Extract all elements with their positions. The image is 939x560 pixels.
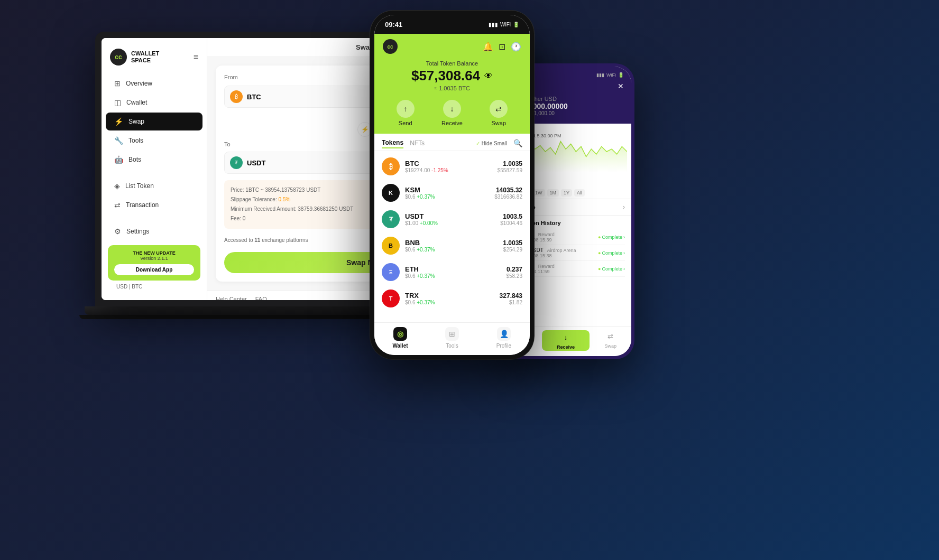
hamburger-icon[interactable]: ≡ <box>194 52 198 62</box>
trx-info: TRX $0.6 +0.37% <box>405 292 494 305</box>
sidebar-item-overview[interactable]: ⊞ Overview <box>106 74 202 92</box>
swap-action[interactable]: ⇄ Swap <box>490 100 508 126</box>
ksm-amounts: 14035.32 $316636.82 <box>494 186 522 200</box>
token-row-ksm[interactable]: K KSM $0.6 +0.37% 14035.32 $316636.82 <box>374 180 530 206</box>
sidebar-item-swap[interactable]: ⚡ Swap <box>106 113 202 130</box>
btc-icon: ₿ <box>230 90 243 103</box>
help-center-link[interactable]: Help Center <box>216 296 247 300</box>
token-row-trx[interactable]: T TRX $0.6 +0.37% 327.843 $1.82 <box>374 285 530 312</box>
token-tabs: Tokens NFTs ✓ Hide Small 🔍 <box>374 134 530 151</box>
btc-token-icon: ₿ <box>382 157 400 175</box>
receive-icon: ↓ <box>443 100 461 118</box>
eth-info: ETH $0.6 +0.37% <box>405 265 501 279</box>
btc-info: BTC $19274.00 -1.25% <box>405 160 492 173</box>
token-row-btc[interactable]: ₿ BTC $19274.00 -1.25% 1.0035 $55827.59 <box>374 153 530 180</box>
wallet-logo-icon: cc <box>383 39 398 54</box>
sidebar-bottom: THE NEW UPDATE Version 2.1.1 Download Ap… <box>102 241 207 294</box>
ksm-token-icon: K <box>382 184 400 202</box>
receive-nav-icon: ↓ <box>558 331 573 343</box>
overview-icon: ⊞ <box>114 79 121 88</box>
balance-label: Total Token Balance <box>383 60 521 67</box>
ksm-info: KSM $0.6 +0.37% <box>405 186 489 200</box>
trx-amounts: 327.843 $1.82 <box>500 292 522 305</box>
wallet-actions: ↑ Send ↓ Receive ⇄ Swap <box>383 100 521 126</box>
bottom-nav-tools[interactable]: ⊞ Tools <box>426 327 478 349</box>
usdt-token-icon: ₮ <box>382 210 400 228</box>
wallet-nav-icon: ◎ <box>393 327 407 341</box>
phone2-nav-swap[interactable]: ⇄ Swap <box>590 330 631 351</box>
bnb-amounts: 1.0035 $254.29 <box>503 239 522 253</box>
sidebar-item-transaction[interactable]: ⇄ Transaction <box>106 196 202 214</box>
cwallet-icon: ◫ <box>114 98 121 107</box>
phone2-nav-receive[interactable]: ↓ Receive <box>542 330 590 351</box>
phone-primary-body: 09:41 ▮▮▮ WiFi 🔋 cc 🔔 ⊡ 🕐 <box>370 11 534 359</box>
swap-icon: ⚡ <box>114 117 123 126</box>
wifi-icon: WiFi <box>500 22 511 27</box>
phone-status: ▮▮▮ WiFi 🔋 <box>489 22 519 27</box>
receive-action[interactable]: ↓ Receive <box>441 100 463 126</box>
eye-icon[interactable]: 👁 <box>484 71 493 81</box>
bell-icon[interactable]: 🔔 <box>483 42 493 52</box>
phone-secondary: :32 ▮▮▮ WiFi 🔋 ✕ ₮ Tether USD <box>518 42 634 359</box>
bottom-nav-profile[interactable]: 👤 Profile <box>478 327 530 349</box>
tab-nfts[interactable]: NFTs <box>410 138 425 148</box>
logo-text: CWALLET SPACE <box>131 50 159 64</box>
balance-amount: $57,308.64 <box>411 68 480 84</box>
trx-token-icon: T <box>382 290 400 307</box>
currency-label: USD | BTC <box>108 281 200 290</box>
battery-icon: 🔋 <box>513 22 519 27</box>
from-label: From <box>224 74 238 80</box>
logo-icon: cc <box>110 49 127 66</box>
eth-token-icon: Ξ <box>382 263 400 281</box>
phone-primary: 09:41 ▮▮▮ WiFi 🔋 cc 🔔 ⊡ 🕐 <box>370 11 534 359</box>
usdt-amounts: 1003.5 $1004.46 <box>500 213 522 226</box>
scan-icon[interactable]: ⊡ <box>499 42 505 52</box>
sidebar-item-bots[interactable]: 🤖 Bots <box>106 151 202 169</box>
usdt-info: USDT $1.00 +0.00% <box>405 212 495 226</box>
faq-link[interactable]: FAQ <box>255 296 267 300</box>
swap-nav-icon: ⇄ <box>603 330 618 342</box>
settings-icon: ⚙ <box>114 227 121 236</box>
usdt-icon: ₮ <box>230 156 243 169</box>
wallet-header: cc 🔔 ⊡ 🕐 Total Token Balance $57,308.64 … <box>374 34 530 134</box>
time-1w[interactable]: 1W <box>532 189 545 197</box>
sidebar-item-listtoken[interactable]: ◈ List Token <box>106 177 202 195</box>
bnb-info: BNB $0.6 +0.37% <box>405 239 498 253</box>
tools-icon: 🔧 <box>114 136 123 145</box>
token-row-usdt[interactable]: ₮ USDT $1.00 +0.00% 1003.5 $1004.46 <box>374 206 530 232</box>
sidebar: cc CWALLET SPACE ≡ ⊞ Overview ◫ Cwallet <box>102 38 207 300</box>
time-all[interactable]: All <box>574 189 585 197</box>
token-search-icon[interactable]: 🔍 <box>513 139 522 147</box>
phone-primary-screen: 09:41 ▮▮▮ WiFi 🔋 cc 🔔 ⊡ 🕐 <box>374 15 530 355</box>
tab-tokens[interactable]: Tokens <box>382 138 403 148</box>
balance-section: Total Token Balance $57,308.64 👁 ≈ 1.003… <box>383 58 521 94</box>
bottom-nav-wallet[interactable]: ◎ Wallet <box>374 327 426 349</box>
update-card: THE NEW UPDATE Version 2.1.1 Download Ap… <box>108 245 200 281</box>
eth-amounts: 0.237 $58.23 <box>506 266 522 279</box>
time-1y[interactable]: 1Y <box>561 189 572 197</box>
history-icon[interactable]: 🕐 <box>511 42 521 52</box>
tx-status-1: ● Complete › <box>598 235 625 240</box>
sidebar-item-settings[interactable]: ⚙ Settings <box>106 222 202 240</box>
token-row-bnb[interactable]: B BNB $0.6 +0.37% 1.0035 $254.29 <box>374 232 530 259</box>
download-app-button[interactable]: Download App <box>114 264 194 275</box>
phone2-token-info: Tether USD 1,000.00000 ≈ $1,000.00 <box>527 96 624 116</box>
time-1m[interactable]: 1M <box>547 189 559 197</box>
tools-nav-icon: ⊞ <box>445 327 459 341</box>
swap-action-icon: ⇄ <box>490 100 508 118</box>
send-action[interactable]: ↑ Send <box>397 100 415 126</box>
bnb-token-icon: B <box>382 237 400 255</box>
hide-small-toggle[interactable]: ✓ Hide Small <box>476 141 507 146</box>
wallet-header-top: cc 🔔 ⊡ 🕐 <box>383 39 521 54</box>
listtoken-icon: ◈ <box>114 182 120 190</box>
sidebar-logo: cc CWALLET SPACE ≡ <box>102 44 207 74</box>
sidebar-item-tools[interactable]: 🔧 Tools <box>106 132 202 150</box>
exchange-label: Accessed to 11 exchange platforms <box>224 237 308 243</box>
send-icon: ↑ <box>397 100 415 118</box>
token-info-arrow: › <box>623 203 625 211</box>
profile-nav-icon: 👤 <box>497 327 511 341</box>
phone2-close-icon[interactable]: ✕ <box>618 82 624 90</box>
sidebar-item-cwallet[interactable]: ◫ Cwallet <box>106 94 202 111</box>
phone-notch-area: 09:41 ▮▮▮ WiFi 🔋 <box>374 15 530 34</box>
token-row-eth[interactable]: Ξ ETH $0.6 +0.37% 0.237 $58.23 <box>374 259 530 285</box>
